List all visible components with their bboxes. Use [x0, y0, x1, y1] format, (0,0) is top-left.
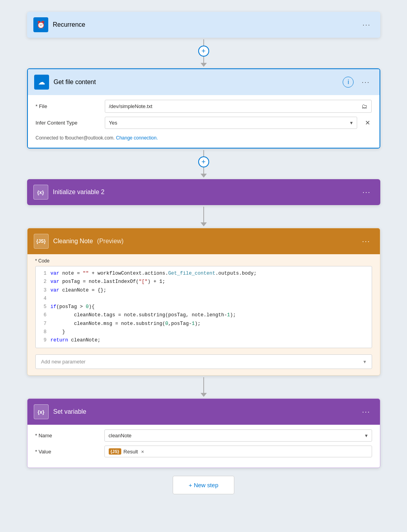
code-line-3: 3 var cleanNote = {};: [40, 286, 367, 295]
getfile-title: Get file content: [54, 79, 338, 86]
name-label: * Name: [35, 433, 98, 438]
connector-line: [203, 150, 204, 156]
code-editor[interactable]: 1 var note = "" + workflowContext.action…: [35, 266, 372, 348]
getfile-body: * File /dev/simpleNote.txt 🗂 Infer Conte…: [28, 95, 380, 148]
code-line-8: 8 }: [40, 328, 367, 336]
code-line-9: 9 return cleanNote;: [40, 336, 367, 345]
value-field-row: * Value {JS} Result ×: [35, 446, 372, 457]
change-connection-link[interactable]: Change connection.: [116, 135, 158, 141]
setvar-header: {x} Set variable ···: [27, 399, 380, 425]
initvar-icon: {x}: [33, 185, 48, 200]
getfile-icon: ☁: [34, 75, 49, 90]
connector-line: [203, 39, 204, 46]
cleaning-card: {JS} Cleaning Note (Preview) ··· * Code …: [27, 228, 380, 376]
flow-container: ⏰ Recurrence ··· + ☁ Get file content i …: [27, 12, 380, 494]
name-value: cleanNote: [109, 433, 132, 438]
code-label: * Code: [35, 258, 372, 264]
cleaning-menu-button[interactable]: ···: [359, 236, 373, 247]
getfile-menu-button[interactable]: ···: [358, 77, 373, 88]
initvar-menu-button[interactable]: ···: [359, 187, 374, 198]
getfile-card: ☁ Get file content i ··· * File /dev/sim…: [27, 68, 380, 149]
chevron-down-icon: ▾: [363, 359, 366, 365]
infer-value: Yes: [109, 120, 117, 126]
infer-field-row: Infer Content Type Yes ▾ ✕: [36, 117, 372, 129]
code-line-4: 4: [40, 295, 367, 303]
add-step-button-1[interactable]: +: [198, 46, 209, 57]
file-label: * File: [36, 103, 99, 109]
chip-close-button[interactable]: ×: [140, 449, 145, 455]
connection-info: Connected to fboucher@outlook.com. Chang…: [36, 133, 372, 141]
add-param-label: Add new parameter: [41, 359, 86, 365]
connector-arrow: [201, 222, 207, 226]
cleaning-preview-label: (Preview): [97, 238, 124, 244]
add-param-button[interactable]: Add new parameter ▾: [35, 354, 372, 369]
recurrence-title: Recurrence: [53, 21, 355, 28]
initvar-header: {x} Initialize variable 2 ···: [27, 179, 380, 205]
setvar-icon: {x}: [34, 404, 49, 419]
connector-4: [201, 376, 207, 398]
initvar-card: {x} Initialize variable 2 ···: [27, 179, 380, 205]
code-line-2: 2 var posTag = note.lastIndexOf("[") + 1…: [40, 278, 367, 286]
code-line-7: 7 cleanNote.msg = note.substring(0,posTa…: [40, 320, 367, 328]
connector-arrow: [201, 174, 207, 178]
setvar-body: * Name cleanNote ▾ * Value {JS} Result ×: [27, 425, 380, 468]
folder-icon: 🗂: [361, 103, 367, 110]
name-field-row: * Name cleanNote ▾: [35, 429, 372, 442]
chip-js-icon: {JS}: [109, 448, 121, 455]
infer-select[interactable]: Yes ▾: [105, 117, 357, 129]
value-chip: {JS} Result ×: [104, 446, 372, 457]
chevron-down-icon: ▾: [365, 433, 368, 438]
file-field-row: * File /dev/simpleNote.txt 🗂: [36, 100, 372, 113]
connector-line: [203, 377, 204, 393]
setvar-card: {x} Set variable ··· * Name cleanNote ▾ …: [27, 398, 380, 468]
recurrence-header: ⏰ Recurrence ···: [27, 12, 380, 38]
file-value: /dev/simpleNote.txt: [109, 103, 153, 109]
code-label-required: * Code: [35, 258, 50, 264]
chip-label: Result: [124, 449, 138, 455]
add-step-button-2[interactable]: +: [198, 156, 209, 167]
file-input[interactable]: /dev/simpleNote.txt 🗂: [105, 100, 372, 113]
connector-line: [203, 57, 204, 63]
connection-text: Connected to fboucher@outlook.com.: [36, 135, 115, 141]
cleaning-header: {JS} Cleaning Note (Preview) ···: [27, 228, 380, 254]
connector-arrow: [201, 63, 207, 67]
cleaning-icon: {JS}: [34, 234, 49, 249]
code-line-1: 1 var note = "" + workflowContext.action…: [40, 270, 367, 278]
recurrence-icon: ⏰: [33, 17, 48, 32]
getfile-info-button[interactable]: i: [343, 77, 354, 88]
infer-label: Infer Content Type: [36, 120, 99, 126]
new-step-button[interactable]: + New step: [173, 476, 234, 494]
getfile-header: ☁ Get file content i ···: [28, 69, 380, 95]
recurrence-menu-button[interactable]: ···: [359, 19, 374, 31]
setvar-title: Set variable: [53, 408, 354, 415]
connector-1: +: [198, 38, 209, 68]
connector-2: +: [198, 149, 209, 179]
connector-3: [201, 205, 207, 228]
name-select[interactable]: cleanNote ▾: [104, 429, 372, 442]
connector-line: [203, 167, 204, 174]
connector-line: [203, 207, 204, 222]
cleaning-title: Cleaning Note (Preview): [53, 238, 354, 245]
infer-clear-button[interactable]: ✕: [363, 119, 372, 127]
code-line-5: 5 if(posTag > 0){: [40, 303, 367, 311]
value-label: * Value: [35, 449, 98, 455]
chevron-down-icon: ▾: [350, 120, 353, 126]
cleaning-body: * Code 1 var note = "" + workflowContext…: [27, 254, 380, 354]
connector-arrow: [201, 393, 207, 397]
code-line-6: 6 cleanNote.tags = note.substring(posTag…: [40, 311, 367, 319]
recurrence-card: ⏰ Recurrence ···: [27, 12, 380, 38]
setvar-menu-button[interactable]: ···: [359, 406, 373, 418]
initvar-title: Initialize variable 2: [53, 189, 355, 196]
